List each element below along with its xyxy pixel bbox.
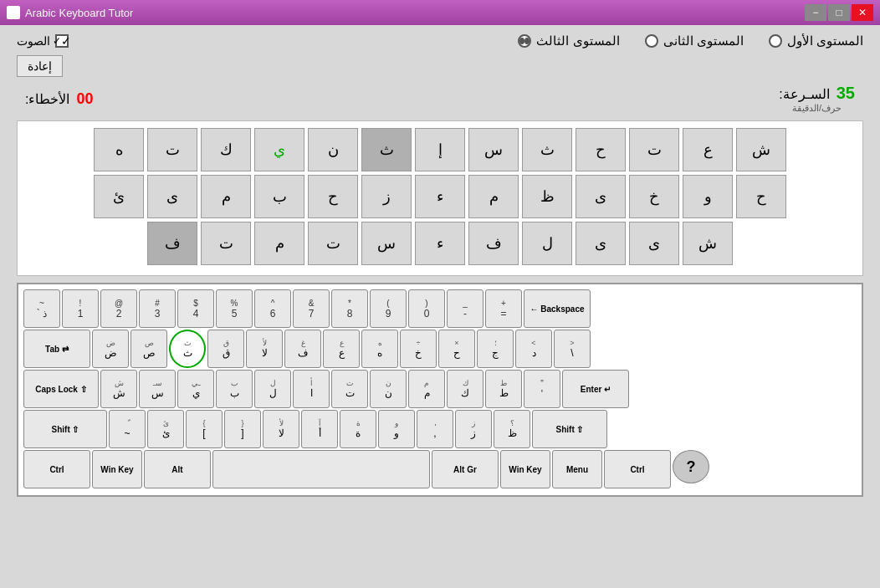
display-key-2-3[interactable]: م <box>201 175 251 218</box>
tab-key[interactable]: Tab ⇄ <box>23 330 90 368</box>
level-1-radio[interactable] <box>769 34 782 48</box>
display-key-3-2[interactable]: ت <box>201 222 251 265</box>
key-m-ar[interactable]: ةة <box>340 410 376 448</box>
key-period-ar[interactable]: ،, <box>417 410 453 448</box>
display-key-2-9[interactable]: ظ <box>522 175 572 218</box>
key-quote-ar[interactable]: طط <box>485 370 522 408</box>
display-key-1-1[interactable]: ه <box>94 128 144 171</box>
display-key-1-3[interactable]: ك <box>201 128 251 171</box>
display-key-2-6[interactable]: ز <box>361 175 412 218</box>
key-5[interactable]: %5 <box>216 289 253 328</box>
key-0[interactable]: )0 <box>408 289 445 328</box>
key-w-ar[interactable]: صص <box>130 330 167 368</box>
win-left-key[interactable]: Win Key <box>92 450 142 488</box>
key-c-ar[interactable]: {[ <box>186 410 223 448</box>
key-3[interactable]: #3 <box>139 289 176 328</box>
display-key-2-12[interactable]: و <box>683 175 733 218</box>
key-question-ar[interactable]: ؟ظ <box>494 410 530 448</box>
display-key-1-10[interactable]: ح <box>576 128 626 171</box>
key-dquote[interactable]: "' <box>524 370 560 408</box>
display-key-1-7[interactable]: إ <box>415 128 465 171</box>
key-semicolon-ar[interactable]: كك <box>447 370 483 408</box>
display-key-2-1[interactable]: ئ <box>94 175 144 218</box>
key-o-ar[interactable]: ÷خ <box>400 330 437 368</box>
display-key-1-9[interactable]: ث <box>522 128 572 171</box>
key-minus[interactable]: _- <box>447 289 483 328</box>
level-2-option[interactable]: المستوى الثانى <box>645 33 744 49</box>
key-t-ar[interactable]: لألا <box>246 330 283 368</box>
display-key-3-9[interactable]: ى <box>576 222 626 265</box>
key-q-ar[interactable]: ضض <box>92 330 129 368</box>
key-g-ar[interactable]: لل <box>254 370 291 408</box>
display-key-3-7[interactable]: ف <box>468 222 519 265</box>
level-3-option[interactable]: المستوى الثالث <box>518 33 619 49</box>
ctrl-right-key[interactable]: Ctrl <box>604 450 671 488</box>
display-key-2-7[interactable]: ء <box>415 175 465 218</box>
display-key-1-2[interactable]: ت <box>147 128 197 171</box>
key-6[interactable]: ^6 <box>254 289 291 328</box>
key-e-ar-highlighted[interactable]: ثث <box>169 330 206 368</box>
minimize-button[interactable]: − <box>805 4 826 21</box>
key-comma-ar[interactable]: وو <box>378 410 415 448</box>
display-key-1-6[interactable]: ث <box>361 128 412 171</box>
level-2-radio[interactable] <box>645 34 658 48</box>
key-7[interactable]: &7 <box>293 289 330 328</box>
display-key-2-10[interactable]: ى <box>576 175 626 218</box>
display-key-2-8[interactable]: م <box>468 175 519 218</box>
key-b-ar[interactable]: لألا <box>263 410 299 448</box>
key-h-ar[interactable]: أا <box>293 370 330 408</box>
backspace-key[interactable]: ← Backspace <box>524 289 591 328</box>
display-key-2-2[interactable]: ى <box>147 175 197 218</box>
display-key-1-5[interactable]: ن <box>308 128 358 171</box>
key-a-ar[interactable]: شش <box>100 370 137 408</box>
key-k-ar[interactable]: نن <box>370 370 407 408</box>
key-8[interactable]: *8 <box>331 289 368 328</box>
key-1[interactable]: !1 <box>62 289 99 328</box>
reset-button[interactable]: إعادة <box>17 55 63 77</box>
display-key-3-1[interactable]: ف <box>147 222 197 265</box>
key-y-ar[interactable]: غف <box>284 330 321 368</box>
key-v-ar[interactable]: }] <box>224 410 261 448</box>
close-button[interactable]: ✕ <box>852 4 873 21</box>
alt-left-key[interactable]: Alt <box>144 450 211 488</box>
key-u-ar[interactable]: عع <box>323 330 360 368</box>
key-backslash[interactable]: >\ <box>554 330 591 368</box>
key-equals[interactable]: += <box>485 289 522 328</box>
key-slash-ar[interactable]: زز <box>455 410 492 448</box>
key-bracket-r[interactable]: <د <box>515 330 552 368</box>
display-key-3-8[interactable]: ل <box>522 222 572 265</box>
caps-lock-key[interactable]: Caps Lock ⇧ <box>23 370 99 408</box>
key-s-ar[interactable]: سـس <box>139 370 176 408</box>
key-n-ar[interactable]: آأ <box>301 410 338 448</box>
alt-gr-key[interactable]: Alt Gr <box>432 450 499 488</box>
display-key-3-6[interactable]: ء <box>415 222 465 265</box>
key-backtick[interactable]: ~` ذ <box>23 289 60 328</box>
key-4[interactable]: $4 <box>177 289 214 328</box>
win-right-key[interactable]: Win Key <box>500 450 550 488</box>
display-key-3-10[interactable]: ى <box>629 222 679 265</box>
enter-key[interactable]: Enter ↵ <box>562 370 629 408</box>
display-key-2-5[interactable]: ح <box>308 175 358 218</box>
display-key-3-11[interactable]: ش <box>683 222 733 265</box>
key-x-ar[interactable]: ئئ <box>147 410 184 448</box>
display-key-1-8[interactable]: س <box>468 128 519 171</box>
display-key-3-4[interactable]: ت <box>308 222 358 265</box>
display-key-1-12[interactable]: ع <box>683 128 733 171</box>
display-key-2-13[interactable]: ح <box>736 175 786 218</box>
display-key-1-13[interactable]: ش <box>736 128 786 171</box>
key-f-ar[interactable]: بب <box>216 370 253 408</box>
space-key[interactable] <box>212 450 430 488</box>
display-key-1-4[interactable]: ي <box>254 128 304 171</box>
key-r-ar[interactable]: قق <box>207 330 244 368</box>
sound-checkbox[interactable]: ✓ <box>55 34 69 48</box>
key-d-ar[interactable]: ـيي <box>177 370 214 408</box>
help-button[interactable]: ? <box>673 450 709 483</box>
shift-left-key[interactable]: Shift ⇧ <box>23 410 107 448</box>
display-key-1-11[interactable]: ت <box>629 128 679 171</box>
key-j-ar[interactable]: تت <box>331 370 368 408</box>
display-key-2-11[interactable]: خ <box>629 175 679 218</box>
key-2[interactable]: @2 <box>100 289 137 328</box>
key-9[interactable]: (9 <box>370 289 407 328</box>
display-key-3-5[interactable]: س <box>361 222 412 265</box>
key-z-ar[interactable]: ّ~ <box>109 410 146 448</box>
